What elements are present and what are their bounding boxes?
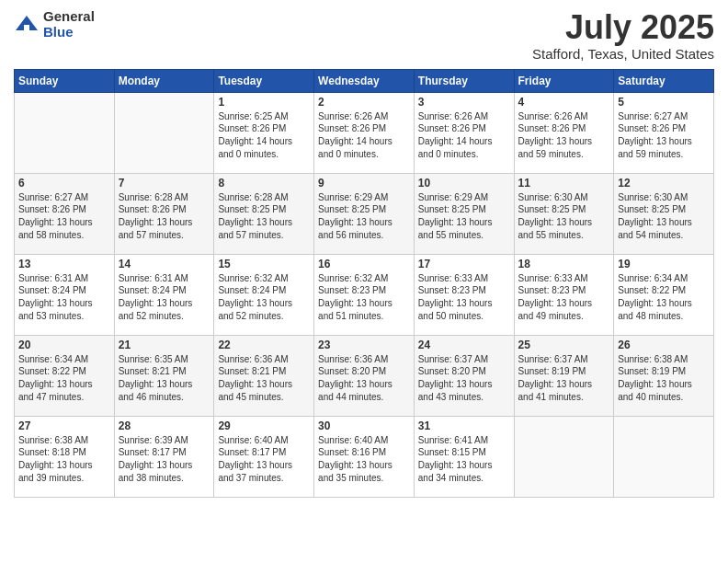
table-row: 30Sunrise: 6:40 AM Sunset: 8:16 PM Dayli… bbox=[314, 416, 415, 497]
day-number: 6 bbox=[18, 177, 110, 190]
table-row: 20Sunrise: 6:34 AM Sunset: 8:22 PM Dayli… bbox=[15, 335, 115, 416]
day-number: 29 bbox=[218, 419, 310, 432]
day-number: 8 bbox=[218, 177, 310, 190]
day-number: 3 bbox=[418, 96, 510, 109]
col-tuesday: Tuesday bbox=[214, 69, 314, 92]
day-info: Sunrise: 6:26 AM Sunset: 8:26 PM Dayligh… bbox=[318, 110, 410, 161]
day-info: Sunrise: 6:27 AM Sunset: 8:26 PM Dayligh… bbox=[18, 191, 110, 242]
table-row: 5Sunrise: 6:27 AM Sunset: 8:26 PM Daylig… bbox=[614, 92, 714, 173]
day-number: 16 bbox=[318, 258, 410, 270]
day-info: Sunrise: 6:32 AM Sunset: 8:23 PM Dayligh… bbox=[318, 272, 410, 323]
day-info: Sunrise: 6:33 AM Sunset: 8:23 PM Dayligh… bbox=[418, 272, 510, 323]
table-row: 8Sunrise: 6:28 AM Sunset: 8:25 PM Daylig… bbox=[214, 173, 314, 254]
day-number: 22 bbox=[218, 339, 310, 351]
day-number: 21 bbox=[119, 339, 210, 351]
day-number: 9 bbox=[318, 177, 410, 190]
col-sunday: Sunday bbox=[15, 69, 115, 92]
day-info: Sunrise: 6:29 AM Sunset: 8:25 PM Dayligh… bbox=[418, 191, 510, 242]
table-row: 9Sunrise: 6:29 AM Sunset: 8:25 PM Daylig… bbox=[314, 173, 415, 254]
table-row: 15Sunrise: 6:32 AM Sunset: 8:24 PM Dayli… bbox=[214, 254, 314, 335]
day-info: Sunrise: 6:27 AM Sunset: 8:26 PM Dayligh… bbox=[618, 110, 710, 161]
day-number: 31 bbox=[418, 419, 510, 432]
table-row bbox=[114, 92, 214, 173]
header: General Blue July 2025 Stafford, Texas, … bbox=[14, 9, 714, 62]
day-info: Sunrise: 6:33 AM Sunset: 8:23 PM Dayligh… bbox=[518, 272, 610, 323]
calendar-week-row: 13Sunrise: 6:31 AM Sunset: 8:24 PM Dayli… bbox=[15, 254, 714, 335]
col-wednesday: Wednesday bbox=[314, 69, 415, 92]
location-title: Stafford, Texas, United States bbox=[532, 46, 714, 62]
day-number: 28 bbox=[119, 419, 210, 432]
logo-general-text: General bbox=[43, 9, 95, 25]
table-row: 29Sunrise: 6:40 AM Sunset: 8:17 PM Dayli… bbox=[214, 416, 314, 497]
table-row: 21Sunrise: 6:35 AM Sunset: 8:21 PM Dayli… bbox=[114, 335, 214, 416]
day-info: Sunrise: 6:31 AM Sunset: 8:24 PM Dayligh… bbox=[18, 272, 110, 323]
table-row: 1Sunrise: 6:25 AM Sunset: 8:26 PM Daylig… bbox=[214, 92, 314, 173]
day-info: Sunrise: 6:38 AM Sunset: 8:19 PM Dayligh… bbox=[618, 353, 710, 404]
calendar-header-row: Sunday Monday Tuesday Wednesday Thursday… bbox=[15, 69, 714, 92]
calendar-week-row: 20Sunrise: 6:34 AM Sunset: 8:22 PM Dayli… bbox=[15, 335, 714, 416]
day-number: 4 bbox=[518, 96, 610, 109]
col-friday: Friday bbox=[514, 69, 614, 92]
table-row: 3Sunrise: 6:26 AM Sunset: 8:26 PM Daylig… bbox=[414, 92, 514, 173]
day-number: 20 bbox=[18, 339, 110, 351]
table-row: 24Sunrise: 6:37 AM Sunset: 8:20 PM Dayli… bbox=[414, 335, 514, 416]
day-info: Sunrise: 6:25 AM Sunset: 8:26 PM Dayligh… bbox=[218, 110, 310, 161]
day-info: Sunrise: 6:28 AM Sunset: 8:26 PM Dayligh… bbox=[119, 191, 210, 242]
table-row: 23Sunrise: 6:36 AM Sunset: 8:20 PM Dayli… bbox=[314, 335, 415, 416]
day-info: Sunrise: 6:38 AM Sunset: 8:18 PM Dayligh… bbox=[18, 434, 110, 485]
day-info: Sunrise: 6:39 AM Sunset: 8:17 PM Dayligh… bbox=[119, 434, 210, 485]
svg-rect-1 bbox=[24, 25, 29, 32]
day-info: Sunrise: 6:37 AM Sunset: 8:19 PM Dayligh… bbox=[518, 353, 610, 404]
page: General Blue July 2025 Stafford, Texas, … bbox=[0, 0, 728, 563]
table-row: 2Sunrise: 6:26 AM Sunset: 8:26 PM Daylig… bbox=[314, 92, 415, 173]
table-row: 22Sunrise: 6:36 AM Sunset: 8:21 PM Dayli… bbox=[214, 335, 314, 416]
table-row: 10Sunrise: 6:29 AM Sunset: 8:25 PM Dayli… bbox=[414, 173, 514, 254]
day-number: 17 bbox=[418, 258, 510, 270]
table-row: 19Sunrise: 6:34 AM Sunset: 8:22 PM Dayli… bbox=[614, 254, 714, 335]
day-info: Sunrise: 6:30 AM Sunset: 8:25 PM Dayligh… bbox=[618, 191, 710, 242]
day-number: 14 bbox=[119, 258, 210, 270]
day-number: 23 bbox=[318, 339, 410, 351]
day-info: Sunrise: 6:41 AM Sunset: 8:15 PM Dayligh… bbox=[418, 434, 510, 485]
day-info: Sunrise: 6:26 AM Sunset: 8:26 PM Dayligh… bbox=[518, 110, 610, 161]
table-row bbox=[15, 92, 115, 173]
day-info: Sunrise: 6:30 AM Sunset: 8:25 PM Dayligh… bbox=[518, 191, 610, 242]
table-row: 13Sunrise: 6:31 AM Sunset: 8:24 PM Dayli… bbox=[15, 254, 115, 335]
day-number: 7 bbox=[119, 177, 210, 190]
day-number: 15 bbox=[218, 258, 310, 270]
table-row bbox=[614, 416, 714, 497]
table-row: 27Sunrise: 6:38 AM Sunset: 8:18 PM Dayli… bbox=[15, 416, 115, 497]
col-thursday: Thursday bbox=[414, 69, 514, 92]
day-number: 19 bbox=[618, 258, 710, 270]
day-info: Sunrise: 6:34 AM Sunset: 8:22 PM Dayligh… bbox=[18, 353, 110, 404]
logo-blue-text: Blue bbox=[43, 25, 95, 40]
day-info: Sunrise: 6:36 AM Sunset: 8:21 PM Dayligh… bbox=[218, 353, 310, 404]
col-saturday: Saturday bbox=[614, 69, 714, 92]
day-info: Sunrise: 6:40 AM Sunset: 8:17 PM Dayligh… bbox=[218, 434, 310, 485]
logo-text: General Blue bbox=[43, 9, 95, 40]
day-number: 2 bbox=[318, 96, 410, 109]
day-info: Sunrise: 6:40 AM Sunset: 8:16 PM Dayligh… bbox=[318, 434, 410, 485]
day-number: 12 bbox=[618, 177, 710, 190]
day-number: 26 bbox=[618, 339, 710, 351]
day-info: Sunrise: 6:37 AM Sunset: 8:20 PM Dayligh… bbox=[418, 353, 510, 404]
table-row: 14Sunrise: 6:31 AM Sunset: 8:24 PM Dayli… bbox=[114, 254, 214, 335]
table-row: 28Sunrise: 6:39 AM Sunset: 8:17 PM Dayli… bbox=[114, 416, 214, 497]
table-row: 16Sunrise: 6:32 AM Sunset: 8:23 PM Dayli… bbox=[314, 254, 415, 335]
day-info: Sunrise: 6:31 AM Sunset: 8:24 PM Dayligh… bbox=[119, 272, 210, 323]
table-row: 25Sunrise: 6:37 AM Sunset: 8:19 PM Dayli… bbox=[514, 335, 614, 416]
month-title: July 2025 bbox=[532, 9, 714, 46]
day-info: Sunrise: 6:29 AM Sunset: 8:25 PM Dayligh… bbox=[318, 191, 410, 242]
calendar-week-row: 1Sunrise: 6:25 AM Sunset: 8:26 PM Daylig… bbox=[15, 92, 714, 173]
calendar-week-row: 27Sunrise: 6:38 AM Sunset: 8:18 PM Dayli… bbox=[15, 416, 714, 497]
table-row: 12Sunrise: 6:30 AM Sunset: 8:25 PM Dayli… bbox=[614, 173, 714, 254]
day-number: 1 bbox=[218, 96, 310, 109]
day-number: 30 bbox=[318, 419, 410, 432]
day-number: 27 bbox=[18, 419, 110, 432]
col-monday: Monday bbox=[114, 69, 214, 92]
table-row: 26Sunrise: 6:38 AM Sunset: 8:19 PM Dayli… bbox=[614, 335, 714, 416]
day-info: Sunrise: 6:34 AM Sunset: 8:22 PM Dayligh… bbox=[618, 272, 710, 323]
table-row: 17Sunrise: 6:33 AM Sunset: 8:23 PM Dayli… bbox=[414, 254, 514, 335]
table-row: 4Sunrise: 6:26 AM Sunset: 8:26 PM Daylig… bbox=[514, 92, 614, 173]
logo: General Blue bbox=[14, 9, 95, 40]
